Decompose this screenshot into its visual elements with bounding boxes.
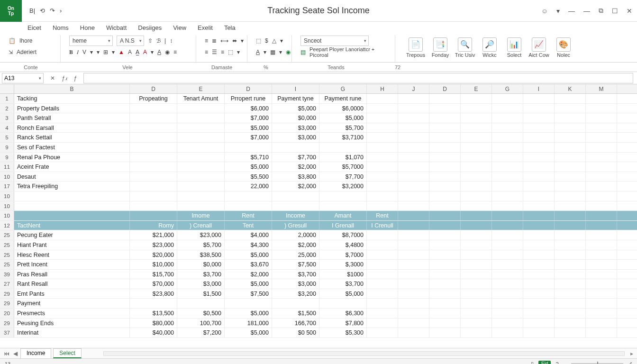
- cell[interactable]: [367, 172, 398, 182]
- cell[interactable]: $5,000: [319, 113, 367, 123]
- cell[interactable]: $7,000: [225, 113, 272, 123]
- close-icon[interactable]: ✕: [627, 7, 632, 15]
- cell[interactable]: [492, 182, 523, 191]
- redo-icon[interactable]: ↷: [50, 7, 55, 14]
- cell[interactable]: [555, 260, 586, 269]
- cell[interactable]: Desaut: [14, 172, 130, 182]
- cell[interactable]: [555, 230, 586, 240]
- cell[interactable]: $2,000: [272, 162, 319, 172]
- cell[interactable]: $0 500: [272, 328, 319, 337]
- cell[interactable]: [429, 143, 461, 152]
- cell[interactable]: [398, 162, 429, 172]
- cell[interactable]: $,3000: [319, 260, 367, 269]
- cell[interactable]: $0,500: [177, 309, 225, 318]
- cell[interactable]: [555, 289, 586, 299]
- cell[interactable]: [367, 279, 398, 289]
- cell[interactable]: [586, 162, 617, 172]
- row-header[interactable]: 10: [0, 191, 14, 201]
- currency-icon[interactable]: $: [265, 37, 268, 44]
- cell[interactable]: [367, 153, 398, 162]
- cell[interactable]: [225, 299, 272, 308]
- cell[interactable]: $5,000: [319, 289, 367, 299]
- cell[interactable]: [586, 279, 617, 289]
- cell[interactable]: [367, 250, 398, 260]
- cell[interactable]: [586, 133, 617, 142]
- circle-icon[interactable]: ◉: [165, 49, 170, 55]
- cell[interactable]: [523, 270, 555, 279]
- cell[interactable]: Hlesc Reent: [14, 250, 130, 260]
- cell[interactable]: [367, 260, 398, 269]
- cell[interactable]: $3,200: [272, 289, 319, 299]
- cell[interactable]: [492, 191, 523, 201]
- cell[interactable]: $,7000: [319, 250, 367, 260]
- cell[interactable]: [177, 182, 225, 191]
- align-mid-icon[interactable]: ≣: [212, 37, 217, 44]
- view-normal-icon[interactable]: ▯: [531, 361, 534, 364]
- cell[interactable]: [492, 211, 523, 220]
- cell[interactable]: [319, 191, 367, 201]
- row-header[interactable]: 1: [0, 94, 14, 103]
- cell[interactable]: I Grenall: [319, 221, 367, 230]
- row-header[interactable]: 9: [0, 143, 14, 152]
- cell[interactable]: [429, 289, 461, 299]
- cell[interactable]: [429, 240, 461, 250]
- cell[interactable]: [429, 201, 461, 211]
- cell[interactable]: $3,800: [272, 172, 319, 182]
- cell[interactable]: [492, 318, 523, 328]
- cell[interactable]: [398, 279, 429, 289]
- cell[interactable]: [429, 123, 461, 133]
- cell[interactable]: $5,500: [225, 172, 272, 182]
- cell[interactable]: $3,700: [319, 279, 367, 289]
- num-b-icon[interactable]: ▦: [270, 49, 275, 55]
- cell[interactable]: [586, 211, 617, 220]
- zoom-in-icon[interactable]: ⤢: [628, 361, 632, 364]
- cell[interactable]: [429, 299, 461, 308]
- cond-format-icon[interactable]: ▤: [300, 49, 306, 55]
- cell[interactable]: $,4800: [319, 240, 367, 250]
- cell[interactable]: 2,0000: [272, 230, 319, 240]
- cell[interactable]: [398, 133, 429, 142]
- row-header[interactable]: 10: [0, 211, 14, 220]
- cell[interactable]: [555, 309, 586, 318]
- cell[interactable]: [555, 191, 586, 201]
- cell[interactable]: [461, 299, 492, 308]
- cell[interactable]: $23,800: [130, 289, 177, 299]
- cell[interactable]: [555, 104, 586, 113]
- wrap-icon[interactable]: ⟷: [220, 37, 228, 44]
- ribbon-button[interactable]: 📄Trepous: [404, 37, 428, 58]
- cell[interactable]: [492, 328, 523, 337]
- cell[interactable]: [367, 182, 398, 191]
- cell[interactable]: [398, 260, 429, 269]
- cell[interactable]: [461, 279, 492, 289]
- cell[interactable]: $70,000: [130, 279, 177, 289]
- row-header[interactable]: 25: [0, 260, 14, 269]
- cell[interactable]: [492, 143, 523, 152]
- cell[interactable]: [586, 240, 617, 250]
- cell[interactable]: [14, 211, 130, 220]
- cell[interactable]: [225, 191, 272, 201]
- clipboard-icon[interactable]: ⇲: [9, 49, 13, 55]
- cell[interactable]: $23,000: [130, 240, 177, 250]
- cell[interactable]: Tenart Amunt: [177, 94, 225, 103]
- cell[interactable]: [367, 240, 398, 250]
- cell[interactable]: [398, 309, 429, 318]
- row-header[interactable]: 2: [0, 104, 14, 113]
- cell[interactable]: [272, 201, 319, 211]
- cell[interactable]: [367, 94, 398, 103]
- num-a-icon[interactable]: A: [256, 49, 260, 55]
- cell[interactable]: [461, 191, 492, 201]
- status-tag[interactable]: Eid: [538, 361, 551, 364]
- cell[interactable]: [177, 172, 225, 182]
- cell[interactable]: Tetra Freepiling: [14, 182, 130, 191]
- cell[interactable]: Renal Pa Phoue: [14, 153, 130, 162]
- row-header[interactable]: 3: [0, 113, 14, 123]
- cell[interactable]: [319, 299, 367, 308]
- cell[interactable]: [367, 328, 398, 337]
- cell[interactable]: [130, 123, 177, 133]
- cell[interactable]: [586, 172, 617, 182]
- cell[interactable]: [461, 182, 492, 191]
- cell[interactable]: [130, 191, 177, 201]
- indent-icon[interactable]: ⬚: [228, 49, 233, 55]
- cell[interactable]: [398, 240, 429, 250]
- cell[interactable]: $40,000: [130, 328, 177, 337]
